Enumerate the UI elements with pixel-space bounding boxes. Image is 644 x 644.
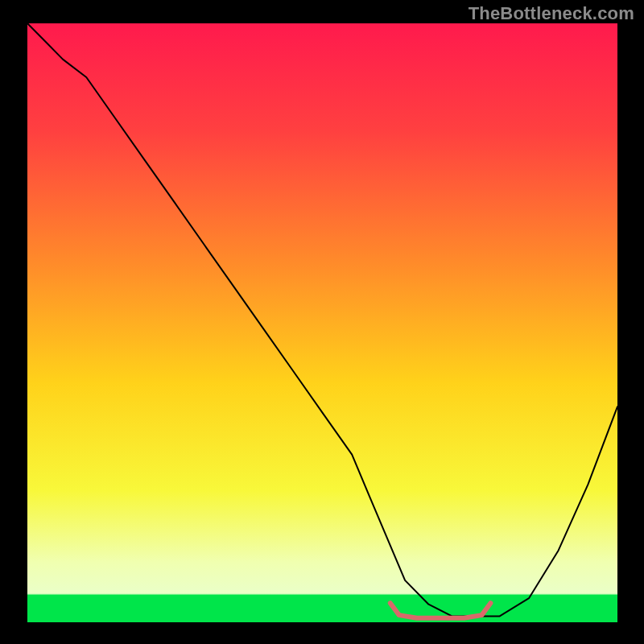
svg-rect-0 bbox=[27, 23, 617, 622]
watermark-text: TheBottleneck.com bbox=[469, 3, 634, 24]
chart-container: { "watermark": "TheBottleneck.com", "cha… bbox=[0, 0, 644, 644]
bottleneck-chart bbox=[0, 0, 644, 644]
